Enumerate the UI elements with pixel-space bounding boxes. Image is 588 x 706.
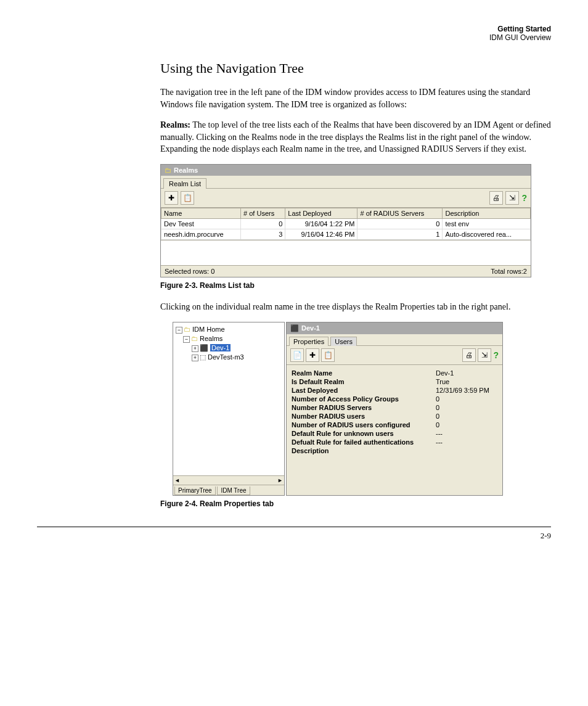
- status-total: Total rows:2: [491, 268, 527, 275]
- cell-name: Dev Teest: [161, 218, 241, 229]
- page-icon[interactable]: 📄: [290, 348, 304, 362]
- figure-caption-1: Figure 2-3. Realms List tab: [160, 281, 551, 290]
- tree-scrollbar[interactable]: ◄ ►: [173, 475, 284, 485]
- figure-caption-2: Figure 2-4. Realm Properties tab: [160, 499, 551, 508]
- tree-pane: − IDM Home − Realms +⬛ Dev-1 +⬚ DevTest-…: [173, 322, 285, 496]
- realm-title-icon: ⬛: [290, 324, 299, 332]
- prop-key: Is Default Realm: [292, 378, 345, 385]
- status-selected: Selected rows: 0: [165, 268, 214, 275]
- prop-val: 0: [436, 395, 497, 403]
- table-empty-area: [161, 240, 531, 265]
- prop-key: Last Deployed: [292, 387, 338, 394]
- prop-key: Number of Access Policy Groups: [292, 395, 399, 403]
- prop-key: Number of RADIUS users configured: [292, 421, 410, 429]
- prop-key: Description: [292, 447, 329, 454]
- tab-primary-tree[interactable]: PrimaryTree: [174, 486, 216, 495]
- properties-pane: ⬛ Dev-1 Properties Users 📄 ✚ 📋 🖨 ⇲ ?: [286, 322, 503, 496]
- print-icon[interactable]: 🖨: [489, 191, 503, 205]
- list-icon[interactable]: 📋: [181, 191, 194, 205]
- realms-toolbar: ✚ 📋 🖨 ⇲ ?: [161, 189, 531, 208]
- prop-val: ---: [436, 438, 497, 446]
- prop-val: True: [436, 378, 497, 385]
- prop-key: Defualt Rule for failed authentications: [292, 438, 414, 446]
- prop-row: Number of RADIUS users configured0: [292, 421, 497, 429]
- collapse-icon[interactable]: −: [183, 336, 190, 343]
- col-name[interactable]: Name: [161, 208, 241, 218]
- table-header-row: Name # of Users Last Deployed # of RADIU…: [161, 208, 531, 218]
- prop-row: Last Deployed12/31/69 3:59 PM: [292, 386, 497, 395]
- cell-users: 0: [241, 218, 285, 229]
- page-header: Getting Started IDM GUI Overview: [37, 25, 551, 42]
- prop-row: Defualt Rule for failed authentications-…: [292, 438, 497, 446]
- add-icon[interactable]: ✚: [306, 348, 319, 362]
- properties-tabrow: Properties Users: [287, 334, 502, 346]
- tree-devtest[interactable]: +⬚ DevTest-m3: [176, 353, 282, 362]
- status-bar: Selected rows: 0 Total rows:2: [161, 265, 531, 277]
- cell-desc: Auto-discovered rea...: [443, 229, 531, 239]
- expand-icon[interactable]: +: [192, 345, 198, 352]
- prop-key: Default Rule for unknown users: [292, 430, 394, 437]
- realms-tabrow: Realm List: [161, 176, 531, 189]
- table-row[interactable]: neesh.idm.procurve 3 9/16/04 12:46 PM 1 …: [161, 229, 531, 239]
- tab-users[interactable]: Users: [330, 337, 357, 346]
- figure-realm-properties: − IDM Home − Realms +⬛ Dev-1 +⬚ DevTest-…: [173, 322, 551, 496]
- folder-icon: [191, 335, 198, 342]
- properties-toolbar: 📄 ✚ 📋 🖨 ⇲ ?: [287, 346, 502, 365]
- prop-val: 0: [436, 404, 497, 411]
- prop-val: ---: [436, 430, 497, 437]
- prop-val: 0: [436, 421, 497, 429]
- realm-icon: ⬛: [200, 344, 208, 351]
- page-number: 2-9: [37, 531, 551, 541]
- help-icon[interactable]: ?: [493, 350, 499, 360]
- cell-servers: 1: [357, 229, 443, 239]
- tree-tabs: PrimaryTree IDM Tree: [173, 485, 284, 495]
- collapse-icon[interactable]: −: [176, 327, 182, 334]
- export-icon[interactable]: ⇲: [505, 191, 519, 205]
- tab-realm-list[interactable]: Realm List: [163, 178, 206, 189]
- tree-dev1[interactable]: +⬛ Dev-1: [176, 343, 282, 353]
- tree-realms[interactable]: − Realms: [176, 334, 282, 343]
- expand-icon[interactable]: +: [192, 355, 198, 361]
- prop-row: Number of Access Policy Groups0: [292, 395, 497, 403]
- cell-users: 3: [241, 229, 285, 239]
- prop-key: Realm Name: [292, 369, 332, 377]
- cell-deployed: 9/16/04 1:22 PM: [285, 218, 357, 229]
- col-users[interactable]: # of Users: [241, 208, 285, 218]
- tree-label: Realms: [200, 335, 223, 342]
- tree-idm-home[interactable]: − IDM Home: [176, 325, 282, 334]
- tab-idm-tree[interactable]: IDM Tree: [217, 486, 250, 495]
- prop-val: Dev-1: [436, 369, 497, 377]
- properties-list: Realm NameDev-1 Is Default RealmTrue Las…: [287, 365, 502, 459]
- col-servers[interactable]: # of RADIUS Servers: [357, 208, 443, 218]
- cell-servers: 0: [357, 218, 443, 229]
- figure-realms-list: Realms Realm List ✚ 📋 🖨 ⇲ ? Name # of Us…: [160, 164, 531, 277]
- folder-icon: [165, 166, 171, 174]
- properties-titlebar: ⬛ Dev-1: [287, 322, 502, 334]
- col-desc[interactable]: Description: [443, 208, 531, 218]
- list-icon[interactable]: 📋: [321, 348, 335, 362]
- print-icon[interactable]: 🖨: [462, 348, 476, 362]
- add-icon[interactable]: ✚: [165, 191, 178, 205]
- tree-label-selected: Dev-1: [210, 344, 231, 351]
- tree-body: − IDM Home − Realms +⬛ Dev-1 +⬚ DevTest-…: [173, 322, 284, 475]
- table-row[interactable]: Dev Teest 0 9/16/04 1:22 PM 0 test env: [161, 218, 531, 229]
- prop-row: Number RADIUS users0: [292, 412, 497, 421]
- scroll-left-icon[interactable]: ◄: [174, 477, 180, 483]
- prop-val: 12/31/69 3:59 PM: [436, 387, 497, 394]
- footer-rule: [37, 527, 551, 527]
- help-icon[interactable]: ?: [521, 193, 527, 203]
- prop-row: Default Rule for unknown users---: [292, 429, 497, 438]
- prop-row: Description: [292, 446, 497, 455]
- col-deployed[interactable]: Last Deployed: [285, 208, 357, 218]
- section-heading: Using the Navigation Tree: [160, 60, 551, 76]
- realm-icon: ⬚: [200, 353, 206, 361]
- tab-properties[interactable]: Properties: [289, 337, 329, 346]
- realms-table: Name # of Users Last Deployed # of RADIU…: [161, 208, 531, 240]
- scroll-right-icon[interactable]: ►: [277, 477, 283, 483]
- realms-title: Realms: [174, 166, 198, 174]
- prop-row: Is Default RealmTrue: [292, 377, 497, 386]
- prop-key: Number RADIUS users: [292, 413, 365, 420]
- export-icon[interactable]: ⇲: [478, 348, 491, 362]
- tree-label: DevTest-m3: [208, 353, 244, 361]
- header-title: Getting Started: [497, 25, 551, 33]
